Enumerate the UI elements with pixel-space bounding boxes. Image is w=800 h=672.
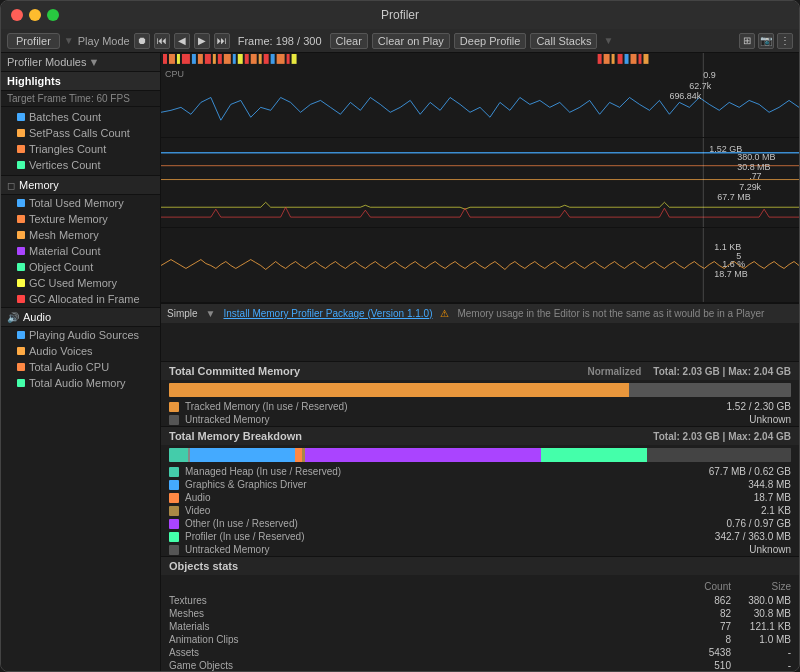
total-audio-cpu-label: Total Audio CPU: [29, 361, 109, 373]
playing-audio-item[interactable]: Playing Audio Sources: [1, 327, 160, 343]
call-stacks-button[interactable]: Call Stacks: [530, 33, 597, 49]
objects-name-header: [169, 581, 671, 592]
triangles-count-item[interactable]: Triangles Count: [1, 141, 160, 157]
cpu-graph-timeline[interactable]: CPU 0.9 62.7k 696.84k: [161, 53, 799, 137]
svg-rect-5: [182, 54, 190, 64]
untracked-row: Untracked Memory Unknown: [161, 543, 799, 556]
setpass-count-item[interactable]: SetPass Calls Count: [1, 125, 160, 141]
managed-heap-bar: [169, 448, 188, 462]
game-objects-label: Game Objects: [169, 660, 671, 671]
setpass-count-color: [17, 129, 25, 137]
total-committed-title: Total Committed Memory Normalized Total:…: [161, 362, 799, 380]
simple-dropdown[interactable]: Simple: [167, 308, 198, 319]
svg-text:.77: .77: [749, 171, 761, 181]
texture-memory-color: [17, 215, 25, 223]
deep-profile-button[interactable]: Deep Profile: [454, 33, 527, 49]
total-breakdown-total: Total: 2.03 GB | Max: 2.04 GB: [653, 431, 791, 442]
gc-allocated-item[interactable]: GC Allocated in Frame: [1, 291, 160, 307]
svg-rect-27: [631, 54, 637, 64]
modules-dropdown-arrow[interactable]: ▼: [88, 56, 99, 68]
memory-graph-svg: 1.52 GB 380.0 MB 30.8 MB .77 7.29k 67.7 …: [161, 138, 799, 227]
total-committed-label: Total Committed Memory: [169, 365, 300, 377]
audio-voices-item[interactable]: Audio Voices: [1, 343, 160, 359]
materials-count: 77: [671, 621, 731, 632]
close-button[interactable]: [11, 9, 23, 21]
vertices-count-item[interactable]: Vertices Count: [1, 157, 160, 173]
svg-rect-11: [224, 54, 231, 64]
setpass-count-label: SetPass Calls Count: [29, 127, 130, 139]
install-link[interactable]: Install Memory Profiler Package (Version…: [223, 308, 432, 319]
clear-on-play-button[interactable]: Clear on Play: [372, 33, 450, 49]
graphics-dot: [169, 480, 179, 490]
total-used-memory-color: [17, 199, 25, 207]
memory-header-left: ◻ Memory: [1, 176, 160, 195]
breakdown-bar: [169, 448, 791, 462]
animation-clips-count: 8: [671, 634, 731, 645]
audio-value: 18.7 MB: [711, 492, 791, 503]
normalized-label: Normalized: [587, 366, 645, 377]
audio-label-breakdown: Audio: [185, 492, 705, 503]
svg-rect-23: [604, 54, 610, 64]
game-objects-count: 510: [671, 660, 731, 671]
cpu-graph-row: CPU 0.9 62.7k 696.84k: [161, 53, 799, 138]
mesh-memory-item[interactable]: Mesh Memory: [1, 227, 160, 243]
clear-button[interactable]: Clear: [330, 33, 368, 49]
screenshot-button[interactable]: 📷: [758, 33, 774, 49]
material-count-label: Material Count: [29, 245, 101, 257]
assets-label: Assets: [169, 647, 671, 658]
audio-header-left: 🔊 Audio: [1, 308, 160, 327]
svg-text:380.0 MB: 380.0 MB: [737, 152, 775, 162]
gc-used-memory-item[interactable]: GC Used Memory: [1, 275, 160, 291]
simple-arrow[interactable]: ▼: [206, 308, 216, 319]
objects-stats-title: Objects stats: [161, 557, 799, 575]
minimize-button[interactable]: [29, 9, 41, 21]
gc-allocated-color: [17, 295, 25, 303]
total-used-memory-item[interactable]: Total Used Memory: [1, 195, 160, 211]
svg-text:62.7k: 62.7k: [689, 81, 711, 91]
gc-used-memory-color: [17, 279, 25, 287]
mesh-memory-color: [17, 231, 25, 239]
svg-rect-13: [238, 54, 243, 64]
video-row: Video 2.1 KB: [161, 504, 799, 517]
tracked-memory-dot: [169, 402, 179, 412]
objects-stats-content: Count Size Textures 862 380.0 MB Meshes …: [161, 575, 799, 671]
gc-used-memory-label: GC Used Memory: [29, 277, 117, 289]
memory-graph-timeline[interactable]: 1.52 GB 380.0 MB 30.8 MB .77 7.29k 67.7 …: [161, 138, 799, 227]
record-button[interactable]: ⏺: [134, 33, 150, 49]
committed-bar-area: [161, 380, 799, 400]
assets-size: -: [731, 647, 791, 658]
total-audio-cpu-item[interactable]: Total Audio CPU: [1, 359, 160, 375]
batches-count-item[interactable]: Batches Count: [1, 109, 160, 125]
meshes-size: 30.8 MB: [731, 608, 791, 619]
playing-audio-color: [17, 331, 25, 339]
layout-button[interactable]: ⊞: [739, 33, 755, 49]
total-audio-memory-item[interactable]: Total Audio Memory: [1, 375, 160, 391]
other-row: Other (In use / Reserved) 0.76 / 0.97 GB: [161, 517, 799, 530]
next-button[interactable]: ▶: [194, 33, 210, 49]
objects-stats-label: Objects stats: [169, 560, 238, 572]
object-count-item[interactable]: Object Count: [1, 259, 160, 275]
untracked-memory-label: Untracked Memory: [185, 414, 705, 425]
memory-section-left: ◻ Memory Total Used Memory Texture Memor…: [1, 175, 160, 307]
svg-rect-18: [271, 54, 275, 64]
managed-heap-dot: [169, 467, 179, 477]
managed-heap-label: Managed Heap (In use / Reserved): [185, 466, 703, 477]
next-frame-button[interactable]: ⏭: [214, 33, 230, 49]
svg-rect-26: [625, 54, 629, 64]
audio-graph-timeline[interactable]: 1.1 KB 5 1.6 % 18.7 MB: [161, 228, 799, 302]
prev-frame-button[interactable]: ⏮: [154, 33, 170, 49]
maximize-button[interactable]: [47, 9, 59, 21]
profiler-tab[interactable]: Profiler: [7, 33, 60, 49]
more-button[interactable]: ⋮: [777, 33, 793, 49]
total-committed-total: Total: 2.03 GB | Max: 2.04 GB: [653, 366, 791, 377]
svg-text:696.84k: 696.84k: [669, 91, 701, 101]
graphs-area: CPU 0.9 62.7k 696.84k: [161, 53, 799, 361]
objects-col-headers: Count Size: [169, 579, 791, 594]
right-panel: CPU 0.9 62.7k 696.84k: [161, 53, 799, 671]
texture-memory-item[interactable]: Texture Memory: [1, 211, 160, 227]
material-count-item[interactable]: Material Count: [1, 243, 160, 259]
assets-count: 5438: [671, 647, 731, 658]
highlights-label: Highlights: [7, 75, 61, 87]
prev-button[interactable]: ◀: [174, 33, 190, 49]
window-title: Profiler: [381, 8, 419, 22]
